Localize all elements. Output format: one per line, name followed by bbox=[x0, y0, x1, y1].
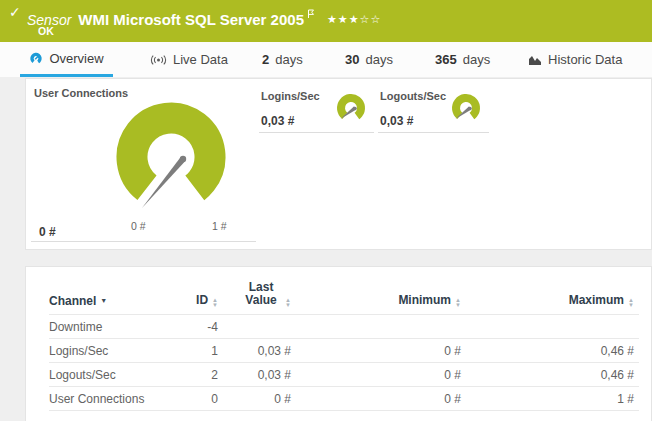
gauge-user-connections[interactable]: User Connections 0 # 1 # 0 # bbox=[26, 79, 259, 249]
cell-last-value: 0,03 # bbox=[218, 344, 291, 358]
tab-2-days[interactable]: 2 days bbox=[262, 42, 303, 77]
tab-overview[interactable]: Overview bbox=[20, 42, 113, 77]
column-header-label: Maximum bbox=[569, 293, 624, 307]
tab-30-days-number: 30 bbox=[345, 52, 359, 67]
caret-down-icon[interactable]: ▼ bbox=[100, 297, 107, 304]
cell-channel: User Connections bbox=[49, 392, 169, 406]
gauge-logins-sec[interactable]: Logins/Sec 0,03 # bbox=[259, 85, 374, 133]
gauge-current-value: 0,03 # bbox=[380, 114, 413, 128]
table-row[interactable]: Downtime -4 bbox=[49, 315, 639, 339]
gauge-title: Logouts/Sec bbox=[380, 90, 446, 102]
cell-id: 2 bbox=[169, 368, 218, 382]
tab-2-days-label: days bbox=[275, 52, 302, 67]
priority-stars[interactable]: ★★★☆☆ bbox=[327, 13, 381, 25]
priority-flag-icon[interactable] bbox=[307, 5, 315, 22]
historic-chart-icon bbox=[528, 54, 542, 66]
column-header-channel[interactable]: Channel▼ bbox=[49, 294, 169, 308]
column-header-label: Last Value bbox=[241, 281, 281, 307]
cell-minimum: 0 # bbox=[291, 392, 461, 406]
table-header-row: Channel▼ ID▲▼ Last Value▲▼ Minimum▲▼ Max… bbox=[49, 281, 639, 315]
stars-empty[interactable]: ☆☆ bbox=[360, 13, 382, 25]
column-header-label: Channel bbox=[49, 294, 96, 308]
cell-minimum: 0 # bbox=[291, 368, 461, 382]
gauge-title: Logins/Sec bbox=[261, 90, 320, 102]
tab-2-days-number: 2 bbox=[262, 52, 269, 67]
cell-maximum: 0,46 # bbox=[461, 368, 634, 382]
column-header-maximum[interactable]: Maximum▲▼ bbox=[461, 293, 634, 308]
gauge-dial bbox=[336, 93, 366, 123]
gauge-title: User Connections bbox=[34, 87, 128, 99]
cell-minimum: 0 # bbox=[291, 344, 461, 358]
cell-maximum: 1 # bbox=[461, 392, 634, 406]
gauge-scale-max: 1 # bbox=[212, 220, 227, 232]
channels-panel: Channel▼ ID▲▼ Last Value▲▼ Minimum▲▼ Max… bbox=[25, 266, 652, 421]
gauge-logouts-sec[interactable]: Logouts/Sec 0,03 # bbox=[378, 85, 489, 133]
sensor-header: ✓ SensorWMI Microsoft SQL Server 2005★★★… bbox=[0, 0, 652, 42]
column-header-label: ID bbox=[196, 293, 208, 307]
table-row[interactable]: Logouts/Sec 2 0,03 # 0 # 0,46 # bbox=[49, 363, 639, 387]
gauge-scale-min: 0 # bbox=[131, 220, 146, 232]
cell-last-value: 0,03 # bbox=[218, 368, 291, 382]
table-row[interactable]: User Connections 0 0 # 0 # 1 # bbox=[49, 387, 639, 411]
column-header-id[interactable]: ID▲▼ bbox=[169, 293, 218, 308]
tab-365-days-label: days bbox=[463, 52, 490, 67]
gauges-panel: User Connections 0 # 1 # 0 # Logins/Sec … bbox=[25, 78, 652, 250]
sort-icon[interactable]: ▲▼ bbox=[628, 298, 634, 308]
gauge-dial bbox=[116, 102, 226, 214]
gauge-dial bbox=[451, 93, 481, 123]
column-header-last-value[interactable]: Last Value▲▼ bbox=[218, 281, 291, 308]
cell-channel: Downtime bbox=[49, 320, 169, 334]
tab-live-data-label: Live Data bbox=[173, 52, 228, 67]
cell-channel: Logouts/Sec bbox=[49, 368, 169, 382]
gauge-current-value: 0 # bbox=[39, 225, 56, 239]
cell-id: 1 bbox=[169, 344, 218, 358]
tab-365-days-number: 365 bbox=[435, 52, 457, 67]
tab-30-days[interactable]: 30 days bbox=[345, 42, 393, 77]
gauge-icon bbox=[29, 51, 43, 65]
tab-live-data[interactable]: Live Data bbox=[150, 42, 228, 77]
tab-30-days-label: days bbox=[365, 52, 392, 67]
status-ok-check-icon: ✓ bbox=[9, 4, 21, 20]
live-signal-icon bbox=[150, 54, 167, 66]
column-header-minimum[interactable]: Minimum▲▼ bbox=[291, 293, 461, 308]
tab-bar: Overview Live Data 2 days 30 days 365 da… bbox=[0, 42, 652, 77]
tab-overview-label: Overview bbox=[49, 51, 103, 66]
page-title: WMI Microsoft SQL Server 2005 bbox=[78, 11, 304, 28]
gauge-current-value: 0,03 # bbox=[261, 114, 294, 128]
tab-365-days[interactable]: 365 days bbox=[435, 42, 490, 77]
cell-channel: Logins/Sec bbox=[49, 344, 169, 358]
table-body: Downtime -4 Logins/Sec 1 0,03 # 0 # 0,46… bbox=[49, 315, 639, 411]
divider bbox=[31, 241, 256, 242]
cell-maximum: 0,46 # bbox=[461, 344, 634, 358]
cell-last-value: 0 # bbox=[218, 392, 291, 406]
cell-id: 0 bbox=[169, 392, 218, 406]
column-header-label: Minimum bbox=[398, 293, 451, 307]
status-badge: OK bbox=[38, 25, 54, 37]
cell-id: -4 bbox=[169, 320, 218, 334]
table-row[interactable]: Logins/Sec 1 0,03 # 0 # 0,46 # bbox=[49, 339, 639, 363]
tab-historic-data-label: Historic Data bbox=[548, 52, 622, 67]
tab-historic-data[interactable]: Historic Data bbox=[528, 42, 622, 77]
stars-filled[interactable]: ★★★ bbox=[327, 13, 360, 25]
